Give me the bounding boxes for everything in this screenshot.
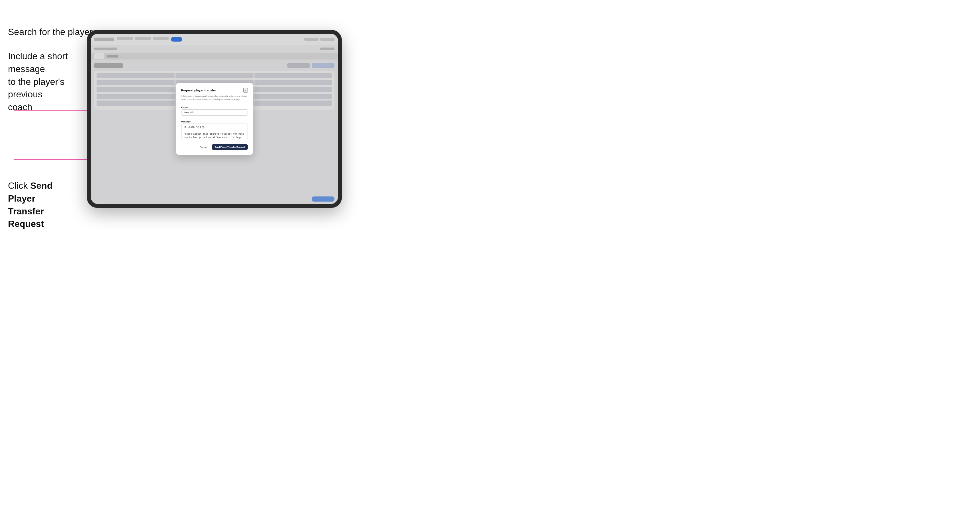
cancel-button[interactable]: Cancel [197,144,209,150]
modal-footer: Cancel Send Player Transfer Request [181,144,248,150]
modal-close-button[interactable]: × [243,88,248,92]
annotation-search: Search for the player. [8,25,95,38]
modal-description: If the player is transferring from anoth… [181,95,248,101]
annotation-click: Click Send Player Transfer Request [8,179,71,230]
tablet-screen: Request player transfer × If the player … [91,34,338,204]
player-input[interactable] [181,110,248,116]
tablet-frame: Request player transfer × If the player … [87,30,342,208]
annotation-line-v1 [14,81,14,111]
message-textarea[interactable]: Hi Coach McHarg, Please accept this tran… [181,124,248,139]
modal-title: Request player transfer [181,89,216,92]
message-label: Message [181,121,191,123]
player-label: Player [181,106,188,109]
annotation-message: Include a short message to the player's … [8,50,82,114]
modal-header: Request player transfer × [181,88,248,92]
request-transfer-modal: Request player transfer × If the player … [176,83,253,155]
modal-overlay: Request player transfer × If the player … [91,34,338,204]
annotation-line-v2 [14,160,14,174]
send-transfer-request-button[interactable]: Send Player Transfer Request [212,144,248,150]
